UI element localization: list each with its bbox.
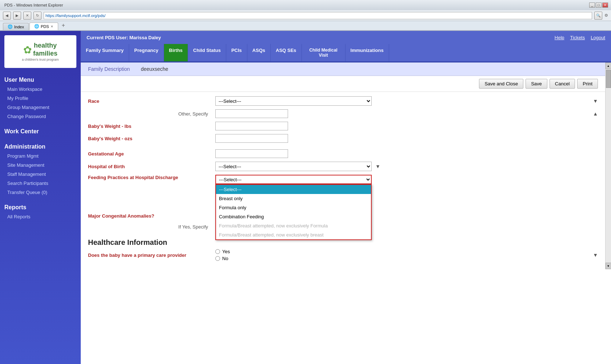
- browser-tab-pds-icon: 🌐: [34, 24, 39, 29]
- tab-pregnancy[interactable]: Pregnancy: [129, 44, 164, 61]
- refresh-button[interactable]: ↻: [33, 12, 41, 20]
- maximize-button[interactable]: □: [596, 3, 602, 8]
- save-and-close-button[interactable]: Save and Close: [479, 79, 523, 89]
- race-label: Race: [88, 98, 212, 104]
- address-bar: ◀ ▶ ✕ ↻ https://familysupport.mctf.org/p…: [0, 10, 611, 21]
- feeding-option-breast-only[interactable]: Breast only: [216, 194, 371, 203]
- tab-child-status[interactable]: Child Status: [188, 44, 226, 61]
- baby-weight-ozs-input[interactable]: [215, 134, 288, 143]
- save-button[interactable]: Save: [526, 79, 547, 89]
- family-desc-value: deeuxseche: [141, 66, 168, 72]
- browser-tab-pds[interactable]: 🌐 PDS ✕: [29, 23, 58, 30]
- other-specify-input[interactable]: [215, 109, 288, 118]
- search-button[interactable]: 🔍: [594, 12, 602, 20]
- primary-care-label: Does the baby have a primary care provid…: [88, 252, 212, 258]
- feeding-option-select-open[interactable]: ---Select---: [216, 185, 371, 194]
- sidebar-item-change-password[interactable]: Change Password: [0, 112, 81, 121]
- scroll-down-icon[interactable]: ▼: [593, 252, 598, 258]
- feeding-option-formula-only[interactable]: Formula only: [216, 203, 371, 212]
- congenital-label: Major Congenital Anomalies?: [88, 213, 212, 219]
- sidebar-item-my-profile[interactable]: My Profile: [0, 94, 81, 103]
- feeding-select[interactable]: ---Select---: [215, 175, 372, 184]
- scroll-up-arrow[interactable]: ▲: [606, 62, 611, 69]
- title-bar-left: PDS - Windows Internet Explorer: [3, 3, 63, 7]
- user-menu-title: User Menu: [0, 72, 81, 85]
- yes-radio[interactable]: [215, 249, 220, 254]
- race-chevron-down-icon: ▼: [593, 98, 598, 104]
- sidebar-item-group-management[interactable]: Group Management: [0, 103, 81, 112]
- scroll-down-arrow[interactable]: ▼: [606, 263, 611, 269]
- tab-asq-ses[interactable]: ASQ SEs: [271, 44, 301, 61]
- browser-tab-bar: 🌐 Index 🌐 PDS ✕ +: [0, 21, 611, 31]
- hospital-of-birth-label: Hospital of Birth: [88, 164, 212, 169]
- no-label: No: [222, 256, 228, 261]
- no-radio[interactable]: [215, 256, 220, 261]
- sidebar-item-main-workspace[interactable]: Main Workspace: [0, 85, 81, 94]
- sidebar-item-staff-management[interactable]: Staff Management: [0, 170, 81, 179]
- tab-child-medical-visit[interactable]: Child Medical Visit: [302, 44, 346, 61]
- race-row: Race ---Select--- ▼: [88, 96, 598, 106]
- print-button[interactable]: Print: [577, 79, 598, 89]
- scrollbar[interactable]: ▲ ▼: [605, 62, 611, 269]
- baby-weight-lbs-input[interactable]: [215, 122, 288, 130]
- gestational-age-row: Gestational Age: [88, 149, 598, 158]
- race-select[interactable]: ---Select---: [215, 96, 372, 106]
- sidebar-item-search-participants[interactable]: Search Participants: [0, 179, 81, 188]
- tab-asqs[interactable]: ASQs: [247, 44, 271, 61]
- close-button[interactable]: ✕: [602, 3, 608, 8]
- address-input[interactable]: https://familysupport.mctf.org/pds/: [44, 12, 592, 19]
- administration-title: Administration: [0, 139, 81, 151]
- header-links: Help Tickets Logout: [555, 35, 605, 40]
- gestational-age-input[interactable]: [215, 149, 288, 158]
- browser-tab-label: Index: [14, 25, 24, 29]
- compatibility-button[interactable]: ⚙: [604, 13, 608, 18]
- back-button[interactable]: ◀: [3, 12, 11, 20]
- baby-weight-lbs-label: Baby's Weight - lbs: [88, 124, 212, 129]
- if-yes-specify-label: If Yes, Specify: [88, 224, 212, 230]
- feeding-label: Feeding Practices at Hospital Discharge: [88, 175, 212, 180]
- cancel-button[interactable]: Cancel: [550, 79, 575, 89]
- browser-tab-icon: 🌐: [8, 24, 13, 29]
- feeding-practices-row: Feeding Practices at Hospital Discharge …: [88, 175, 598, 184]
- sidebar-logo: ✿ healthy families a children's trust pr…: [4, 35, 76, 68]
- baby-weight-ozs-label: Baby's Weight - ozs: [88, 136, 212, 141]
- tab-pcis[interactable]: PCIs: [226, 44, 247, 61]
- tab-family-summary[interactable]: Family Summary: [81, 44, 129, 61]
- yes-radio-row: Yes: [215, 249, 230, 254]
- browser-tab-close-icon[interactable]: ✕: [51, 25, 53, 28]
- other-specify-label: Other, Specify: [88, 111, 212, 117]
- page-main: Family Description deeuxseche Save and C…: [81, 62, 605, 269]
- app-layout: ✿ healthy families a children's trust pr…: [0, 31, 611, 364]
- other-specify-row: Other, Specify ▲: [88, 109, 598, 118]
- main-content: Current PDS User: Marissa Daley Help Tic…: [81, 31, 611, 364]
- tab-immunizations[interactable]: Immunizations: [346, 44, 389, 61]
- feeding-option-combination[interactable]: Combination Feeding: [216, 212, 371, 221]
- tab-births[interactable]: Births: [164, 44, 188, 61]
- sidebar-item-program-mgmt[interactable]: Program Mgmt: [0, 151, 81, 161]
- sidebar-item-site-management[interactable]: Site Management: [0, 161, 81, 170]
- new-tab-button[interactable]: +: [59, 21, 68, 30]
- feeding-option-formula-breast-breast: Formula/Breast attempted, now exclusivel…: [216, 230, 371, 239]
- browser-tab-pds-label: PDS: [41, 24, 49, 29]
- hospital-of-birth-select[interactable]: ---Select---: [215, 162, 372, 171]
- browser-tab-index[interactable]: 🌐 Index: [3, 23, 29, 30]
- logo-leaf-icon: ✿: [23, 44, 32, 56]
- no-radio-row: No: [215, 256, 230, 261]
- reports-title: Reports: [0, 200, 81, 212]
- work-center-title: Work Center: [0, 124, 81, 136]
- stop-button[interactable]: ✕: [23, 12, 31, 20]
- help-link[interactable]: Help: [555, 35, 564, 40]
- minimize-button[interactable]: _: [589, 3, 595, 8]
- logout-link[interactable]: Logout: [591, 35, 605, 40]
- tickets-link[interactable]: Tickets: [570, 35, 585, 40]
- hospital-of-birth-row: Hospital of Birth ---Select--- ▼: [88, 162, 598, 171]
- scroll-up-icon[interactable]: ▲: [593, 111, 598, 117]
- sidebar-item-all-reports[interactable]: All Reports: [0, 212, 81, 221]
- yes-label: Yes: [222, 249, 230, 254]
- logo-tagline: a children's trust program: [22, 58, 59, 61]
- sidebar-item-transfer-queue[interactable]: Transfer Queue (0): [0, 188, 81, 197]
- forward-button[interactable]: ▶: [13, 12, 21, 20]
- header-bar: Current PDS User: Marissa Daley Help Tic…: [81, 31, 611, 44]
- action-bar: Save and Close Save Cancel Print: [81, 76, 605, 92]
- scroll-thumb[interactable]: [606, 70, 611, 88]
